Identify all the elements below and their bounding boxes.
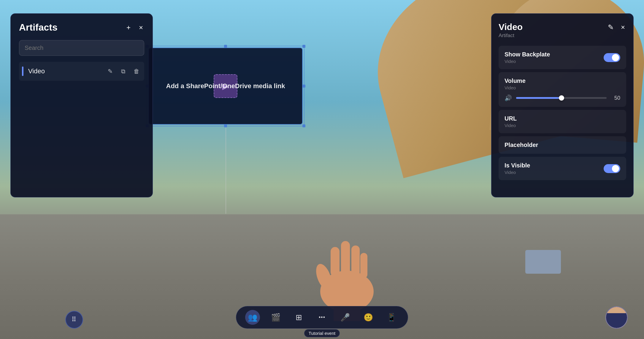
property-placeholder: Placeholder: [499, 136, 626, 154]
apps-button[interactable]: ⠿: [65, 311, 83, 329]
search-input[interactable]: [19, 40, 144, 56]
avatar-button[interactable]: [605, 306, 628, 329]
layout-toolbar-button[interactable]: ⊞: [291, 310, 306, 325]
video-panel-header: Video Artifact ✎ ×: [499, 22, 626, 39]
close-artifacts-button[interactable]: ×: [138, 22, 144, 33]
volume-label: Volume: [505, 77, 526, 84]
show-backplate-toggle[interactable]: [604, 53, 620, 62]
property-volume: Volume Video 🔊 50: [499, 72, 626, 107]
artifact-name: Video: [28, 67, 106, 75]
artifact-item-video[interactable]: Video ✎ ⧉ 🗑: [19, 62, 144, 81]
placeholder-label: Placeholder: [505, 142, 538, 148]
artifacts-panel: Artifacts + × Video ✎ ⧉ 🗑: [10, 13, 153, 197]
property-show-backplate: Show Backplate Video: [499, 46, 626, 69]
show-backplate-sublabel: Video: [505, 59, 550, 64]
volume-sublabel: Video: [505, 85, 526, 90]
url-label-group: URL Video: [505, 115, 517, 128]
url-label: URL: [505, 115, 517, 122]
video-properties-panel: Video Artifact ✎ × Show Backplate Video …: [491, 13, 634, 197]
emoji-icon: 🙂: [364, 313, 373, 322]
video-panel-title-group: Video Artifact: [499, 22, 523, 39]
video-panel-subtitle: Artifact: [499, 33, 523, 39]
main-toolbar: 👥 🎬 ⊞ ••• 🎤 🙂 📱 Tutorial event: [236, 306, 408, 329]
volume-fill: [516, 97, 561, 99]
share-toolbar-button[interactable]: 📱: [384, 310, 399, 325]
toolbar-area: ⠿ 👥 🎬 ⊞ ••• 🎤 🙂 📱 Tutorial event: [0, 306, 644, 329]
property-url: URL Video: [499, 110, 626, 133]
more-toolbar-button[interactable]: •••: [315, 310, 329, 325]
delete-artifact-button[interactable]: 🗑: [132, 66, 141, 77]
is-visible-toggle[interactable]: [604, 164, 620, 173]
video-panel-title: Video: [499, 22, 523, 32]
avatar-image: [606, 307, 627, 328]
video-anchor-line: [226, 125, 226, 214]
placeholder-label-group: Placeholder: [505, 142, 538, 148]
emoji-toolbar-button[interactable]: 🙂: [361, 310, 376, 325]
volume-icon: 🔊: [505, 94, 512, 102]
apps-grid-icon: ⠿: [72, 316, 77, 324]
show-backplate-label: Show Backplate: [505, 51, 550, 58]
artifacts-header-actions: + ×: [125, 22, 144, 33]
bg-furniture: [525, 250, 561, 274]
volume-header: Volume Video: [505, 77, 620, 90]
mic-icon: 🎤: [340, 313, 350, 322]
camera-icon: 🎬: [271, 313, 280, 322]
artifacts-title: Artifacts: [19, 22, 58, 33]
volume-thumb[interactable]: [559, 95, 564, 101]
is-visible-sublabel: Video: [505, 170, 530, 175]
people-icon: 👥: [248, 313, 257, 322]
property-is-visible: Is Visible Video: [499, 157, 626, 180]
video-artifact-text: Add a SharePoint/OneDrive media link: [166, 82, 285, 90]
volume-control: 🔊 50: [505, 94, 620, 102]
camera-toolbar-button[interactable]: 🎬: [268, 310, 283, 325]
artifact-indicator: [22, 66, 23, 76]
property-label-group: Show Backplate Video: [505, 51, 550, 64]
copy-artifact-button[interactable]: ⧉: [119, 66, 127, 77]
layout-icon: ⊞: [296, 313, 302, 322]
share-icon: 📱: [387, 313, 396, 322]
url-sublabel: Video: [505, 123, 517, 128]
add-artifact-button[interactable]: +: [125, 22, 132, 33]
volume-value: 50: [611, 95, 620, 101]
video-panel-actions: ✎ ×: [607, 22, 626, 33]
more-icon: •••: [319, 314, 325, 321]
is-visible-label: Is Visible: [505, 162, 530, 169]
artifact-item-actions: ✎ ⧉ 🗑: [106, 66, 141, 77]
people-toolbar-button[interactable]: 👥: [245, 310, 260, 325]
mic-toolbar-button[interactable]: 🎤: [338, 310, 353, 325]
edit-video-button[interactable]: ✎: [607, 22, 615, 33]
toolbar-tooltip: Tutorial event: [304, 329, 340, 337]
close-video-panel-button[interactable]: ×: [620, 22, 626, 33]
edit-artifact-button[interactable]: ✎: [106, 66, 115, 77]
artifacts-panel-header: Artifacts + ×: [19, 22, 144, 33]
is-visible-label-group: Is Visible Video: [505, 162, 530, 175]
volume-slider[interactable]: [516, 97, 607, 99]
video-artifact[interactable]: ▶ Add a SharePoint/OneDrive media link: [148, 47, 303, 125]
